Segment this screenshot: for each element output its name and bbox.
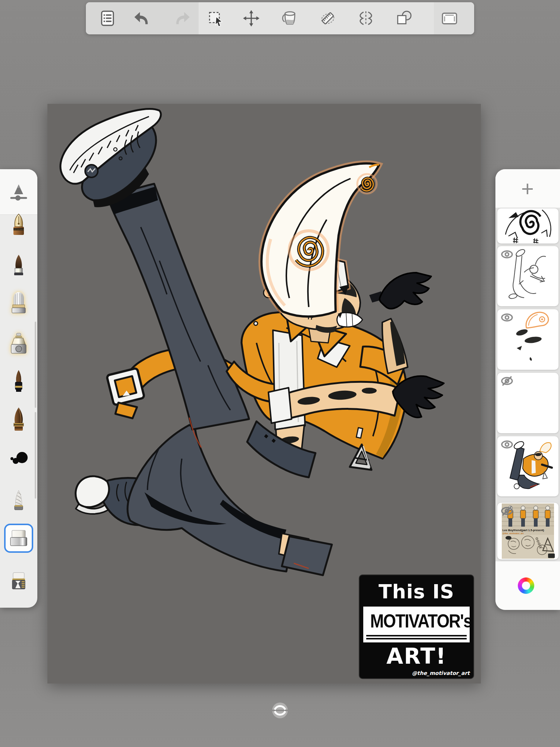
paint-bucket-icon xyxy=(281,10,298,27)
ruler-icon xyxy=(319,10,336,27)
layer-card-3[interactable] xyxy=(497,309,559,370)
tool-ink-brush[interactable] xyxy=(4,364,34,398)
airbrush-icon xyxy=(10,332,28,355)
undo-button[interactable] xyxy=(132,8,153,29)
selection-icon xyxy=(207,10,224,27)
size-slider-icon xyxy=(9,182,28,202)
color-wheel-button[interactable] xyxy=(518,577,534,594)
shapes-icon xyxy=(395,10,413,27)
eye-icon xyxy=(500,249,514,260)
add-layer-button[interactable]: + xyxy=(514,176,541,201)
layer-card-1[interactable] xyxy=(497,208,559,244)
visibility-toggle[interactable] xyxy=(500,249,514,260)
canvas-format-button[interactable] xyxy=(439,8,460,29)
pen-nib-icon xyxy=(10,213,27,236)
underline xyxy=(366,635,467,636)
tool-watercolor-brush[interactable] xyxy=(4,402,34,436)
visibility-toggle[interactable] xyxy=(500,312,514,323)
eye-slash-icon xyxy=(500,376,514,386)
redo-button[interactable] xyxy=(171,8,192,29)
tool-eraser-selected[interactable] xyxy=(4,524,33,553)
shapes-tool-button[interactable] xyxy=(393,8,414,29)
list-icon xyxy=(99,10,116,27)
visibility-toggle[interactable] xyxy=(500,376,514,386)
drawing-canvas[interactable]: This IS MOTIVATOR's ART! @the_motivator_… xyxy=(47,104,481,684)
watercolor-brush-icon xyxy=(10,407,27,431)
move-arrows-icon xyxy=(243,10,260,27)
eye-slash-icon xyxy=(500,506,514,516)
canvas-frame-icon xyxy=(441,10,458,27)
reference-sheet-subcaption: @the_motivator_art xyxy=(503,532,555,535)
brush-scroll-indicator[interactable] xyxy=(35,412,36,499)
tool-blender[interactable] xyxy=(4,483,34,517)
flat-brush-icon xyxy=(10,291,28,314)
layers-header: + xyxy=(495,169,560,208)
ruler-tool-button[interactable] xyxy=(317,8,338,29)
watermark-line2: MOTIVATOR's xyxy=(370,607,472,636)
symmetry-tool-button[interactable] xyxy=(355,8,376,29)
ink-brush-icon xyxy=(11,369,26,393)
layer-card-6[interactable]: Lee Boyfriend(part 1.5-present) @the_mot… xyxy=(497,503,559,560)
select-tool-button[interactable] xyxy=(205,8,226,29)
layer-card-2[interactable] xyxy=(497,246,559,306)
layer-card-4[interactable] xyxy=(497,373,559,433)
brush-panel xyxy=(0,169,37,608)
layers-footer xyxy=(495,561,560,610)
drawing-app-window: This IS MOTIVATOR's ART! @the_motivator_… xyxy=(0,0,560,747)
move-tool-button[interactable] xyxy=(241,8,262,29)
eye-icon xyxy=(500,312,514,323)
round-brush-icon xyxy=(10,253,27,276)
tool-splatter[interactable] xyxy=(4,441,34,475)
eye-icon xyxy=(500,439,514,450)
visibility-toggle[interactable] xyxy=(500,506,514,516)
eraser-icon xyxy=(9,530,28,547)
top-toolbar xyxy=(86,2,474,34)
layer-card-5[interactable] xyxy=(497,436,559,496)
watermark-band: MOTIVATOR's xyxy=(363,607,470,642)
redo-arrow-icon xyxy=(173,10,190,27)
rotate-canvas-button[interactable] xyxy=(271,702,289,719)
underline xyxy=(366,638,467,639)
menu-button[interactable] xyxy=(97,8,118,29)
layers-panel: + xyxy=(495,169,560,610)
visibility-toggle[interactable] xyxy=(500,439,514,450)
blender-stump-icon xyxy=(11,489,26,511)
fill-tool-button[interactable] xyxy=(279,8,300,29)
tool-round-brush[interactable] xyxy=(4,248,34,282)
splatter-dots-icon xyxy=(10,449,28,467)
reference-sheet-caption: Lee Boyfriend(part 1.5-present) xyxy=(503,529,555,532)
watermark-card: This IS MOTIVATOR's ART! @the_motivator_… xyxy=(360,575,473,678)
watermark-line1: This IS xyxy=(360,580,473,604)
brush-scroll-indicator[interactable] xyxy=(35,322,36,408)
tool-airbrush[interactable] xyxy=(4,326,34,361)
watermark-handle: @the_motivator_art xyxy=(412,670,470,676)
symmetry-icon xyxy=(357,10,374,27)
undo-arrow-icon xyxy=(134,10,151,27)
layer-thumbnail-lineart-head xyxy=(497,208,559,244)
tool-fountain-pen[interactable] xyxy=(4,208,34,242)
rotate-icon xyxy=(271,702,289,719)
watermark-line3: ART! xyxy=(360,644,473,669)
pattern-tool-icon xyxy=(10,572,27,593)
tool-flat-brush[interactable] xyxy=(4,286,34,320)
tool-pattern[interactable] xyxy=(4,565,34,599)
